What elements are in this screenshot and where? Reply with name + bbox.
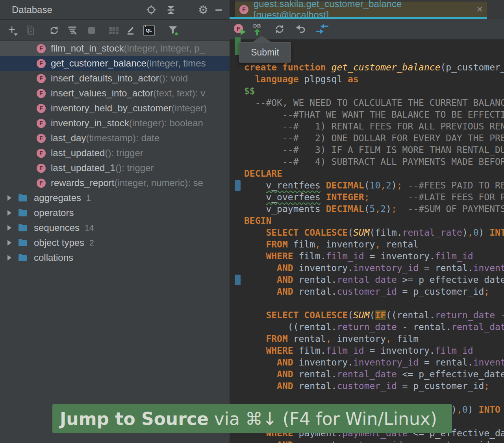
code-line[interactable]: --# 3) IF A FILM IS MORE THAN RENTAL_DUR…	[244, 144, 504, 156]
editor-region: F guest.sakila.get_customer_balance [gue…	[230, 0, 504, 443]
rollback-icon[interactable]	[295, 19, 306, 39]
tree-item-folder[interactable]: aggregates1	[0, 190, 230, 205]
code-line[interactable]: $$	[244, 85, 504, 97]
function-icon: F	[239, 5, 248, 14]
code-line[interactable]: BEGIN	[244, 215, 504, 227]
code-line[interactable]: v_rentfees DECIMAL(10,2); --#FEES PAID T…	[244, 179, 504, 191]
jump-to-source-banner: Jump to Source via ⌘↓ (F4 for Win/Linux)	[52, 404, 452, 433]
tree-item-function[interactable]: Flast_day(timestamp): date	[0, 131, 230, 146]
function-icon: F	[37, 74, 46, 83]
code-line[interactable]: v_overfees INTEGER; --#LATE FEES FOR PRI…	[244, 191, 504, 203]
panel-titlebar: Database ⚙	[0, 0, 230, 20]
dump-ddl-icon[interactable]	[65, 20, 79, 41]
function-icon: F	[37, 44, 46, 53]
chevron-right-icon[interactable]	[7, 210, 11, 216]
code-line[interactable]: DECLARE	[244, 168, 504, 179]
database-panel: Database ⚙ +	[0, 0, 230, 443]
chevron-right-icon[interactable]	[7, 225, 11, 231]
tree-item-folder[interactable]: object types2	[0, 235, 230, 250]
stop-icon[interactable]	[84, 20, 98, 41]
code-line[interactable]: AND inventory.inventory_id = rental.inve…	[244, 262, 504, 274]
function-icon: F	[37, 59, 46, 68]
code-line[interactable]: FROM film, inventory, rental	[244, 238, 504, 250]
refresh-icon[interactable]	[274, 19, 285, 39]
duplicate-icon[interactable]	[23, 20, 37, 41]
code-line[interactable]: language plpgsql as	[244, 73, 504, 85]
chevron-right-icon[interactable]	[7, 240, 11, 245]
code-line[interactable]: FROM rental, inventory, film	[244, 333, 504, 345]
database-tree: Ffilm_not_in_stock(integer, integer, p_F…	[0, 41, 230, 265]
play-icon	[241, 29, 246, 35]
add-icon[interactable]: +	[5, 20, 19, 41]
tree-item-function[interactable]: Fget_customer_balance(integer, times	[0, 56, 230, 71]
code-editor[interactable]: create function get_customer_balance(p_c…	[230, 39, 504, 443]
tree-item-function[interactable]: Ffilm_not_in_stock(integer, integer, p_	[0, 41, 230, 56]
code-line[interactable]: SELECT COALESCE(SUM(film.rental_rate),0)…	[244, 227, 504, 238]
query-console-icon[interactable]: QL	[142, 20, 156, 41]
code-line[interactable]: create function get_customer_balance(p_c…	[244, 61, 504, 73]
code-line[interactable]: --#OK, WE NEED TO CALCULATE THE CURRENT …	[244, 97, 504, 109]
code-line[interactable]: AND rental.rental_date <= p_effective_da…	[244, 368, 504, 380]
gutter-marker	[235, 275, 241, 285]
code-line[interactable]: AND rental.customer_id = p_customer_id;	[244, 286, 504, 297]
run-function-icon[interactable]: F	[234, 19, 246, 39]
tree-item-function[interactable]: Finventory_in_stock(integer): boolean	[0, 116, 230, 131]
tree-item-folder[interactable]: collations	[0, 250, 230, 265]
tree-item-folder[interactable]: operators	[0, 205, 230, 220]
folder-icon	[19, 195, 27, 201]
code-line[interactable]: v_payments DECIMAL(5,2); --#SUM OF PAYME…	[244, 203, 504, 215]
edit-source-icon[interactable]	[124, 20, 138, 41]
locate-icon[interactable]	[145, 0, 158, 20]
refresh-icon[interactable]	[47, 20, 61, 41]
function-icon: F	[37, 164, 46, 173]
code-line[interactable]: --# 2) ONE DOLLAR FOR EVERY DAY THE PREV…	[244, 132, 504, 144]
tabbar-left-gap	[230, 0, 235, 17]
panel-title: Database	[12, 4, 52, 15]
tree-item-folder[interactable]: sequences14	[0, 220, 230, 235]
tooltip-text: Submit	[251, 47, 279, 58]
code-line[interactable]: AND rental.customer_id = p_customer_id;	[244, 380, 504, 392]
gutter-marker	[235, 180, 241, 191]
function-icon: F	[37, 149, 46, 158]
code-line[interactable]: --# 4) SUBTRACT ALL PAYMENTS MADE BEFORE…	[244, 156, 504, 168]
hide-panel-icon[interactable]	[212, 0, 225, 20]
code-line[interactable]: WHERE film.film_id = inventory.film_id	[244, 345, 504, 356]
tooltip-arrow	[251, 36, 272, 43]
collapse-panels-icon[interactable]	[164, 0, 178, 20]
up-arrow-icon	[254, 29, 260, 32]
code-line[interactable]	[244, 297, 504, 309]
tree-item-function[interactable]: Flast_updated(): trigger	[0, 146, 230, 161]
code-line[interactable]: SELECT COALESCE(SUM(IF((rental.return_da…	[244, 309, 504, 321]
folder-icon	[19, 240, 27, 246]
code-line[interactable]: ((rental.return_date - rental.rental_dat…	[244, 321, 504, 333]
code-line[interactable]: AND rental.rental_date >= p_effective_da…	[244, 274, 504, 286]
banner-bold-text: Jump to Source	[60, 409, 209, 429]
folder-icon	[19, 225, 27, 231]
code-line[interactable]: --# 1) RENTAL FEES FOR ALL PREVIOUS RENT…	[244, 120, 504, 132]
function-icon: F	[37, 89, 46, 98]
chevron-right-icon[interactable]	[7, 255, 11, 260]
tree-item-function[interactable]: Flast_updated_1(): trigger	[0, 161, 230, 175]
jump-to-sync-icon[interactable]	[315, 19, 329, 39]
tree-item-function[interactable]: Frewards_report(integer, numeric): se	[0, 175, 230, 190]
filter-icon[interactable]	[166, 20, 180, 41]
chevron-right-icon[interactable]	[7, 195, 11, 201]
function-icon: F	[37, 104, 46, 113]
tab-close-icon[interactable]: ✕	[476, 5, 483, 14]
tree-item-function[interactable]: Finsert_values_into_actor(text, text): v	[0, 86, 230, 101]
code-line[interactable]: WHERE film.film_id = inventory.film_id	[244, 250, 504, 262]
folder-icon	[19, 255, 27, 261]
table-view-icon[interactable]	[107, 20, 121, 41]
function-icon: F	[37, 179, 46, 188]
code-line[interactable]: AND inventory.inventory_id = rental.inve…	[244, 356, 504, 368]
code-line[interactable]: AND payment.customer_id = p_customer_id;	[244, 439, 504, 443]
function-icon: F	[37, 119, 46, 128]
editor-tab[interactable]: F guest.sakila.get_customer_balance [gue…	[235, 2, 487, 17]
folder-icon	[19, 210, 27, 216]
banner-rest-text: via ⌘↓ (F4 for Win/Linux)	[209, 409, 437, 429]
code-line[interactable]: --#THAT WE WANT THE BALANCE TO BE EFFECT…	[244, 109, 504, 120]
tree-item-function[interactable]: Finventory_held_by_customer(integer)	[0, 101, 230, 116]
settings-gear-icon[interactable]: ⚙	[196, 0, 210, 20]
tree-item-function[interactable]: Finsert_defaults_into_actor(): void	[0, 71, 230, 86]
code-line[interactable]	[244, 392, 504, 404]
